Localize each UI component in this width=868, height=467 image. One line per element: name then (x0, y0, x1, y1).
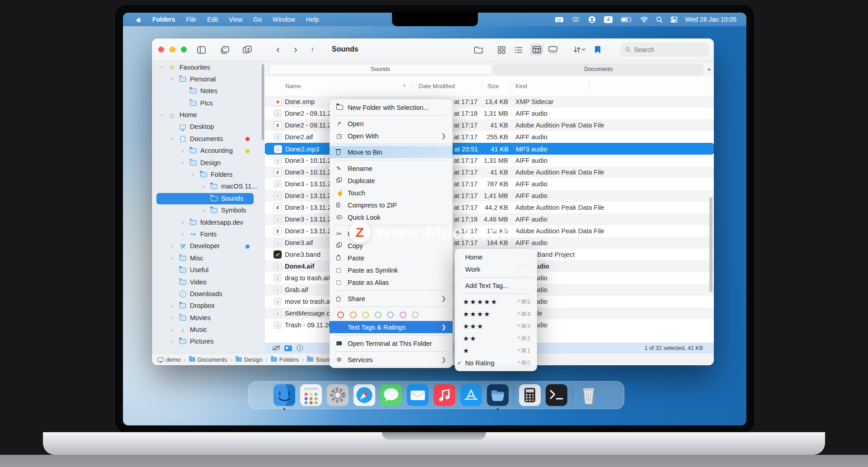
chevron-right-icon[interactable]: › (201, 184, 206, 190)
tag-color-dot[interactable] (375, 311, 382, 318)
sidebar-item-foldersapp-dev[interactable]: ›foldersapp.dev (152, 217, 265, 228)
chevron-right-icon[interactable]: › (201, 208, 206, 214)
dock-icon-calculator[interactable] (519, 384, 541, 406)
sidebar-item-accounting[interactable]: ›Accounting (152, 145, 265, 157)
close-window-button[interactable] (158, 47, 164, 52)
chevron-down-icon[interactable]: › (169, 137, 175, 141)
menu-item-quick-look[interactable]: Quick Look (330, 211, 453, 223)
menu-item-rename[interactable]: ✎Rename (330, 162, 453, 175)
zoom-window-button[interactable] (181, 47, 187, 52)
menu-item-rating-4-stars[interactable]: ★★★★^⌘4 (455, 308, 537, 320)
sidebar-item-symbols[interactable]: ›Symbols (152, 205, 265, 217)
breadcrumb-item-demo[interactable]: demo (157, 356, 181, 363)
menubar-item-window[interactable]: Window (273, 16, 295, 23)
tag-color-dot[interactable] (337, 311, 344, 318)
menu-item-duplicate[interactable]: Duplicate (330, 175, 453, 187)
sidebar-item-developer[interactable]: ›⚒Developer (152, 241, 265, 252)
menu-item-add-text-tag[interactable]: Add Text Tag... (455, 279, 537, 292)
sidebar-item-dropbox[interactable]: ›Dropbox (152, 300, 265, 312)
chevron-right-icon[interactable]: › (180, 219, 185, 226)
gallery-view-icon[interactable] (548, 45, 558, 55)
tag-color-dot[interactable] (412, 311, 419, 318)
menubar-clock[interactable]: Wed 28 Jan 10:05 (685, 16, 736, 23)
sidebar-item-music[interactable]: ›♪Music (152, 324, 265, 336)
menu-item-rating-1-stars[interactable]: ★^⌘1 (455, 344, 537, 357)
search-icon[interactable] (656, 16, 663, 23)
menubar-app-name[interactable]: Folders (152, 16, 175, 23)
menu-item-move-to-bin[interactable]: Move to Bin (330, 146, 453, 158)
menu-item-paste-as-alias[interactable]: Paste as Alias (330, 276, 453, 288)
control-center-icon[interactable] (670, 16, 678, 23)
chevron-right-icon[interactable]: › (170, 327, 175, 333)
search-field[interactable] (621, 43, 709, 56)
menu-item-paste-as-symlink[interactable]: Paste as Symlink (330, 264, 453, 276)
menu-item-no-rating[interactable]: ✓No Rating^⌘0 (455, 357, 537, 369)
sidebar-item-misc[interactable]: ›Misc (152, 252, 265, 264)
chevron-down-icon[interactable]: › (190, 173, 196, 177)
menu-item-share[interactable]: Share❯ (330, 292, 453, 305)
column-name[interactable]: Name (285, 83, 301, 90)
dock-icon-mail[interactable] (407, 384, 429, 406)
add-tab-button[interactable]: + (707, 65, 711, 73)
grid-view-icon[interactable] (496, 45, 506, 55)
menu-item-home[interactable]: Home (455, 251, 537, 263)
breadcrumb-item-folders[interactable]: Folders (271, 356, 299, 363)
sidebar-item-pictures[interactable]: ›Pictures (152, 336, 265, 348)
chevron-right-icon[interactable]: › (180, 148, 185, 154)
menu-item-text-tags-ratings[interactable]: Text Tags & Ratings❯ (330, 321, 453, 333)
hide-extensions-icon[interactable] (270, 346, 282, 350)
chevron-down-icon[interactable]: › (159, 65, 165, 70)
menu-item-open-terminal-at-this-folder[interactable]: ›_Open Terminal at This Folder (330, 337, 453, 349)
dock-icon-folders-app[interactable] (487, 384, 509, 406)
menu-item-paste[interactable]: Paste (330, 252, 453, 264)
sidebar-item-pics[interactable]: Pics (152, 97, 265, 109)
sidebar-item-sounds[interactable]: Sounds (152, 193, 265, 204)
sidebar-item-design[interactable]: ›Design (152, 157, 265, 169)
chevron-right-icon[interactable]: › (170, 315, 175, 321)
dock-icon-messages[interactable] (380, 384, 402, 406)
minimize-window-button[interactable] (170, 47, 175, 52)
forward-button[interactable]: › (291, 45, 301, 55)
menu-item-work[interactable]: Work (455, 263, 537, 275)
back-button[interactable]: ‹ (273, 45, 283, 55)
sidebar-item-downloads[interactable]: ↓Downloads (152, 288, 265, 300)
window-stack-icon[interactable] (220, 45, 230, 55)
tab-sounds[interactable]: Sounds (269, 64, 492, 75)
info-icon[interactable]: i (294, 345, 306, 351)
wifi-icon[interactable] (640, 17, 648, 23)
sidebar-item-favourites[interactable]: ›★Favourites (152, 61, 265, 73)
menubar-item-edit[interactable]: Edit (207, 16, 218, 23)
dock-icon-trash[interactable] (578, 384, 599, 406)
apple-menu-icon[interactable] (135, 16, 142, 24)
toggle-sidebar-icon[interactable] (196, 45, 206, 55)
file-list-scrollbar[interactable] (709, 197, 712, 292)
chevron-down-icon[interactable]: › (159, 113, 165, 118)
new-folder-icon[interactable] (474, 45, 484, 55)
column-date-modified[interactable]: Date Modified (419, 83, 455, 90)
chevron-right-icon[interactable]: › (170, 339, 175, 345)
sidebar-scrollbar[interactable] (262, 64, 264, 140)
up-folder-button[interactable]: ↑ (307, 45, 317, 55)
dock-icon-safari[interactable] (354, 384, 375, 406)
breadcrumb-item-design[interactable]: Design (236, 356, 262, 363)
table-view-icon[interactable] (530, 44, 543, 56)
menubar-item-file[interactable]: File (186, 16, 197, 23)
list-view-icon[interactable] (514, 45, 524, 55)
menu-item-new-folder-with-selection[interactable]: New Folder with Selection... (330, 101, 453, 113)
sidebar-item-desktop[interactable]: Desktop (152, 121, 265, 133)
dock-icon-settings[interactable] (327, 384, 349, 406)
menubar-item-go[interactable]: Go (253, 16, 262, 23)
chevron-right-icon[interactable]: › (180, 231, 185, 237)
chevron-down-icon[interactable]: › (169, 77, 175, 81)
menu-item-open-with[interactable]: ◳Open With❯ (330, 130, 453, 142)
dock-icon-finder[interactable] (274, 384, 295, 406)
tag-color-dot[interactable] (362, 311, 369, 318)
dock-icon-appstore[interactable] (460, 384, 482, 406)
chevron-down-icon[interactable]: › (179, 160, 186, 165)
sidebar-item-personal[interactable]: ›Personal (152, 73, 265, 85)
sidebar-item-home[interactable]: ›⌂Home (152, 109, 265, 121)
keyboard-icon[interactable] (555, 16, 564, 23)
tag-color-dot[interactable] (400, 311, 406, 318)
dock-icon-launchpad[interactable] (300, 384, 322, 406)
chevron-right-icon[interactable]: › (170, 255, 175, 261)
